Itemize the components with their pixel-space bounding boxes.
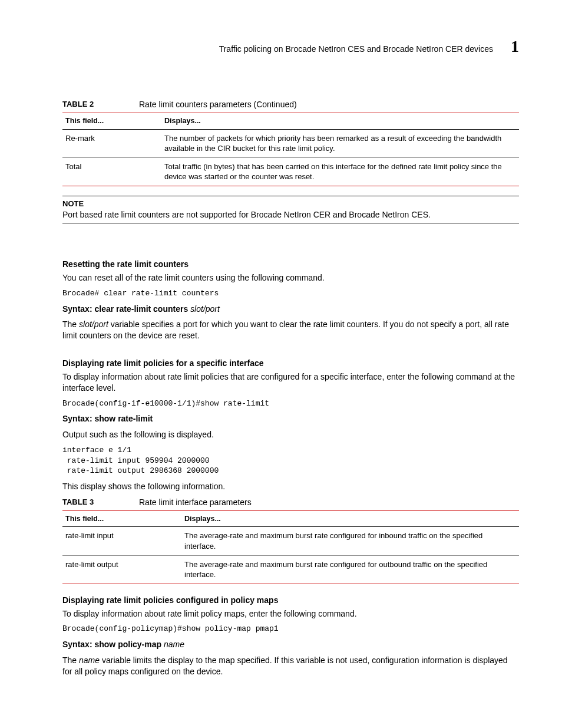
reset-desc-ital: slot/port bbox=[79, 319, 108, 329]
table-row: Total Total traffic (in bytes) that has … bbox=[62, 157, 519, 186]
note-label: NOTE bbox=[62, 199, 519, 209]
table-3-end-rule bbox=[62, 584, 519, 584]
chapter-number: 1 bbox=[511, 35, 519, 58]
reset-code: Brocade# clear rate-limit counters bbox=[62, 288, 519, 299]
syntax-command: clear rate-limit counters bbox=[94, 304, 190, 314]
cell-field: rate-limit output bbox=[62, 555, 184, 584]
note-top-rule bbox=[62, 196, 519, 196]
table-row: rate-limit input The average-rate and ma… bbox=[62, 527, 519, 555]
syntax-command: show rate-limit bbox=[94, 414, 153, 423]
syntax-arg: name bbox=[164, 640, 184, 649]
cell-field: rate-limit input bbox=[62, 527, 184, 555]
note-block: NOTE Port based rate limit counters are … bbox=[62, 196, 519, 223]
pmap-desc-ital: name bbox=[79, 655, 100, 665]
cell-desc: The number of packets for which priority… bbox=[164, 129, 519, 157]
iface-syntax: Syntax: show rate-limit bbox=[62, 413, 519, 424]
note-text: Port based rate limit counters are not s… bbox=[62, 209, 519, 220]
table-2-caption: Rate limit counters parameters (Continue… bbox=[139, 99, 297, 110]
pmap-desc-pre: The bbox=[62, 655, 79, 665]
iface-code1: Brocade(config-if-e10000-1/1)#show rate-… bbox=[62, 398, 519, 409]
page-header: Traffic policing on Brocade NetIron CES … bbox=[43, 35, 519, 58]
table-3: TABLE 3 Rate limit interface parameters … bbox=[62, 497, 519, 584]
pmap-syntax: Syntax: show policy-map name bbox=[62, 639, 519, 650]
heading-reset: Resetting the rate limit counters bbox=[62, 259, 519, 270]
heading-iface: Displaying rate limit policies for a spe… bbox=[62, 358, 519, 369]
cell-field: Total bbox=[62, 157, 164, 186]
table-2-col2: Displays... bbox=[164, 113, 519, 129]
note-bottom-rule bbox=[62, 223, 519, 223]
header-title: Traffic policing on Brocade NetIron CES … bbox=[219, 44, 493, 55]
syntax-arg: slot/port bbox=[190, 304, 220, 314]
cell-desc: The average-rate and maximum burst rate … bbox=[184, 527, 519, 555]
reset-syntax: Syntax: clear rate-limit counters slot/p… bbox=[62, 304, 519, 315]
heading-pmap: Displaying rate limit policies configure… bbox=[62, 595, 519, 606]
syntax-label: Syntax: bbox=[62, 304, 94, 314]
reset-desc-pre: The bbox=[62, 319, 79, 329]
cell-desc: The average-rate and maximum burst rate … bbox=[184, 555, 519, 584]
table-2-title-row: TABLE 2 Rate limit counters parameters (… bbox=[62, 99, 519, 113]
page-root: Traffic policing on Brocade NetIron CES … bbox=[0, 0, 562, 706]
iface-code2: interface e 1/1 rate-limit input 959904 … bbox=[62, 445, 519, 476]
table-3-label: TABLE 3 bbox=[62, 497, 139, 508]
table-3-title-row: TABLE 3 Rate limit interface parameters bbox=[62, 497, 519, 511]
reset-desc-post: variable specifies a port for which you … bbox=[62, 319, 509, 340]
iface-out-intro: Output such as the following is displaye… bbox=[62, 429, 519, 440]
table-2: TABLE 2 Rate limit counters parameters (… bbox=[62, 99, 519, 186]
table-3-grid: This field... Displays... rate-limit inp… bbox=[62, 511, 519, 584]
syntax-label: Syntax: bbox=[62, 414, 94, 423]
table-3-col2: Displays... bbox=[184, 511, 519, 527]
table-3-caption: Rate limit interface parameters bbox=[139, 497, 252, 508]
table-row: Re-mark The number of packets for which … bbox=[62, 129, 519, 157]
table-3-col1: This field... bbox=[62, 511, 184, 527]
pmap-intro: To display information about rate limit … bbox=[62, 608, 519, 620]
syntax-label: Syntax: bbox=[62, 640, 94, 649]
iface-out-desc: This display shows the following informa… bbox=[62, 481, 519, 492]
table-2-grid: This field... Displays... Re-mark The nu… bbox=[62, 113, 519, 186]
pmap-code: Brocade(config-policymap)#show policy-ma… bbox=[62, 624, 519, 634]
pmap-desc-post: variable limits the display to the map s… bbox=[62, 655, 508, 676]
pmap-desc: The name variable limits the display to … bbox=[62, 655, 519, 677]
cell-field: Re-mark bbox=[62, 129, 164, 157]
iface-intro: To display information about rate limit … bbox=[62, 371, 519, 394]
reset-desc: The slot/port variable specifies a port … bbox=[62, 319, 519, 341]
table-2-col1: This field... bbox=[62, 113, 164, 129]
table-2-label: TABLE 2 bbox=[62, 99, 139, 110]
page-content: TABLE 2 Rate limit counters parameters (… bbox=[62, 99, 519, 677]
cell-desc: Total traffic (in bytes) that has been c… bbox=[164, 157, 519, 186]
table-2-end-rule bbox=[62, 186, 519, 186]
syntax-command: show policy-map bbox=[94, 640, 163, 649]
table-row: rate-limit output The average-rate and m… bbox=[62, 555, 519, 584]
reset-intro: You can reset all of the rate limit coun… bbox=[62, 272, 519, 284]
